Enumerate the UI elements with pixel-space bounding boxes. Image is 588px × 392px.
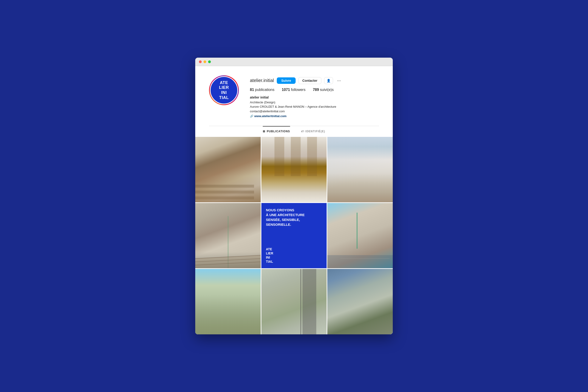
profile-link[interactable]: 🔗 www.atelieritnitial.com (250, 114, 379, 118)
grid-item[interactable] (195, 137, 261, 202)
person-add-icon: 👤 (326, 79, 330, 82)
more-options-button[interactable]: ··· (336, 78, 342, 84)
profile-container: ATELIERINITIAL atelier.initial Suivre Co… (200, 66, 388, 136)
tab-publications[interactable]: ⊞ PUBLICATIONS (263, 126, 290, 136)
svg-rect-0 (195, 185, 254, 188)
link-icon: 🔗 (250, 114, 253, 118)
tab-tagged[interactable]: 🏷 IDENTIFIÉ(E) (301, 126, 325, 136)
contact-button[interactable]: Contacter (298, 77, 321, 84)
stats-row: 81 publications 1071 followers 789 suivi… (250, 88, 379, 92)
display-name: atelier initial (250, 96, 379, 99)
grid-item[interactable] (262, 137, 327, 202)
avatar: ATELIERINITIAL (210, 76, 238, 104)
browser-window: ATELIERINITIAL atelier.initial Suivre Co… (195, 58, 393, 334)
post-blue-image: NOUS CROYONS À UNE ARCHITECTURE SENSÉE, … (262, 203, 327, 268)
grid-item[interactable] (327, 137, 393, 202)
titlebar (195, 58, 393, 66)
post-image (327, 137, 393, 202)
posts-grid: NOUS CROYONS À UNE ARCHITECTURE SENSÉE, … (195, 137, 393, 334)
grid-item[interactable] (195, 269, 261, 334)
grid-item-blue-post[interactable]: NOUS CROYONS À UNE ARCHITECTURE SENSÉE, … (262, 203, 327, 268)
username: atelier.initial (250, 78, 274, 83)
grid-item[interactable] (195, 203, 261, 268)
profile-info: atelier.initial Suivre Contacter 👤 ··· 8… (250, 75, 379, 118)
browser-content: ATELIERINITIAL atelier.initial Suivre Co… (195, 66, 393, 334)
svg-rect-2 (195, 196, 254, 199)
svg-rect-3 (274, 137, 284, 176)
post-image (327, 203, 393, 268)
close-button[interactable] (199, 60, 202, 63)
post-image (262, 137, 327, 202)
grid-item[interactable] (262, 269, 327, 334)
grid-icon: ⊞ (263, 130, 265, 133)
post-image (262, 269, 327, 334)
publications-stat: 81 publications (250, 88, 274, 92)
tabs-section: ⊞ PUBLICATIONS 🏷 IDENTIFIÉ(E) (209, 126, 379, 136)
svg-rect-4 (291, 137, 301, 176)
svg-rect-5 (307, 137, 317, 176)
profile-top-row: atelier.initial Suivre Contacter 👤 ··· (250, 77, 379, 84)
post-image (327, 269, 393, 334)
maximize-button[interactable] (208, 60, 211, 63)
follow-button[interactable]: Suivre (277, 78, 296, 84)
grid-item[interactable] (327, 269, 393, 334)
blue-post-brand-text: ATELIERINITIAL (266, 247, 322, 264)
following-stat: 789 suivi(e)s (313, 88, 334, 92)
blue-post-main-text: NOUS CROYONS À UNE ARCHITECTURE SENSÉE, … (266, 208, 322, 227)
grid-item[interactable] (327, 203, 393, 268)
avatar-text: ATELIERINITIAL (219, 80, 229, 100)
profile-bio: Architecte (Design) Aurore CROUZET & Jea… (250, 100, 379, 118)
avatar-wrapper: ATELIERINITIAL (209, 75, 239, 105)
post-image (195, 137, 261, 202)
followers-stat: 1071 followers (282, 88, 306, 92)
post-image (195, 269, 261, 334)
profile-header: ATELIERINITIAL atelier.initial Suivre Co… (209, 75, 379, 118)
avatar-ring: ATELIERINITIAL (209, 75, 239, 105)
minimize-button[interactable] (204, 60, 206, 63)
person-add-button[interactable]: 👤 (324, 77, 333, 84)
svg-rect-1 (195, 190, 254, 193)
post-image (195, 203, 261, 268)
tag-icon: 🏷 (301, 130, 304, 133)
